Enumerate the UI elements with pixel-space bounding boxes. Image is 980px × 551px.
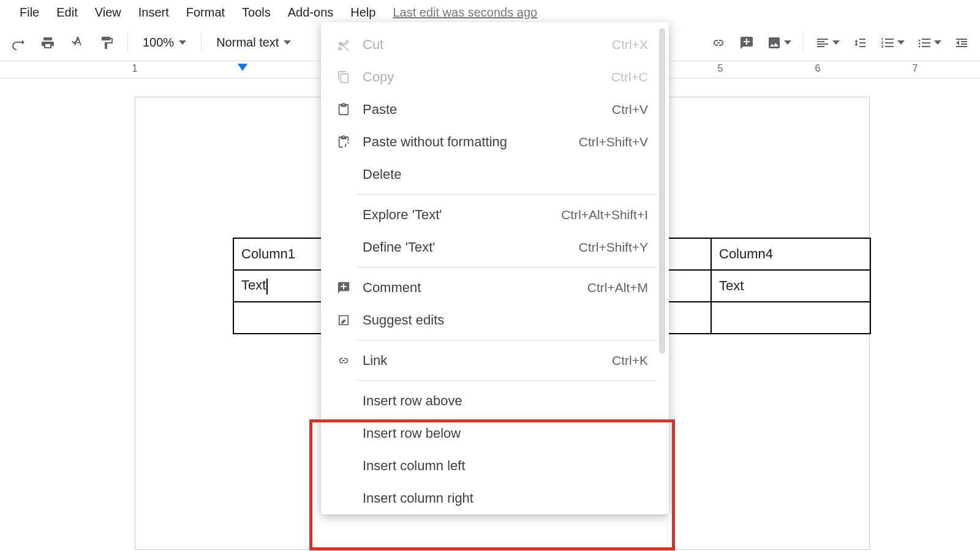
menu-item-label: Paste without formatting — [363, 134, 507, 150]
paragraph-style-value: Normal text — [216, 36, 279, 50]
menu-file[interactable]: File — [20, 6, 39, 20]
paragraph-style-dropdown[interactable]: Normal text — [211, 36, 296, 50]
menu-item-label: Delete — [363, 167, 402, 182]
menu-item-label: Insert row below — [363, 425, 461, 441]
paint-format-icon[interactable] — [96, 32, 118, 54]
table-cell[interactable] — [711, 302, 870, 334]
ruler-mark: 7 — [913, 63, 918, 74]
spellcheck-icon[interactable] — [66, 32, 88, 54]
toolbar-separator — [803, 33, 804, 53]
link-icon — [333, 354, 354, 367]
zoom-value: 100% — [143, 36, 174, 50]
chevron-down-icon — [284, 40, 291, 45]
menu-item-label: Link — [363, 353, 387, 369]
shortcut-text: Ctrl+Shift+V — [579, 135, 648, 149]
add-comment-icon[interactable] — [736, 32, 758, 54]
align-dropdown[interactable] — [812, 32, 843, 54]
menu-item-cut[interactable]: Cut Ctrl+X — [321, 28, 669, 61]
shortcut-text: Ctrl+Shift+Y — [579, 240, 648, 255]
chevron-down-icon — [832, 40, 840, 45]
menu-tools[interactable]: Tools — [242, 6, 271, 20]
chevron-down-icon — [784, 40, 791, 45]
menu-item-insert-row-below[interactable]: Insert row below — [321, 417, 669, 449]
menu-separator — [356, 267, 657, 268]
scrollbar[interactable] — [659, 28, 665, 354]
menu-item-comment[interactable]: Comment Ctrl+Alt+M — [321, 271, 669, 304]
menu-item-label: Copy — [363, 69, 394, 85]
menu-item-label: Paste — [363, 102, 397, 118]
menu-bar: File Edit View Insert Format Tools Add-o… — [0, 0, 980, 24]
menu-item-paste[interactable]: Paste Ctrl+V — [321, 93, 669, 126]
first-line-indent-icon[interactable] — [238, 64, 247, 71]
menu-item-label: Cut — [363, 37, 383, 53]
cell-text: Column1 — [241, 246, 295, 261]
menu-view[interactable]: View — [95, 6, 121, 20]
numbered-list-dropdown[interactable] — [877, 32, 908, 54]
menu-separator — [356, 340, 657, 340]
link-icon[interactable] — [707, 32, 729, 54]
menu-edit[interactable]: Edit — [56, 6, 77, 20]
menu-item-label: Suggest edits — [363, 312, 444, 328]
cell-text: Text — [241, 277, 266, 293]
add-comment-icon — [333, 281, 354, 294]
menu-item-insert-column-left[interactable]: Insert column left — [321, 449, 669, 482]
suggest-icon — [333, 313, 354, 327]
shortcut-text: Ctrl+Alt+M — [587, 280, 648, 295]
bulleted-list-dropdown[interactable] — [914, 32, 944, 54]
menu-item-link[interactable]: Link Ctrl+K — [321, 344, 669, 377]
menu-item-label: Explore 'Text' — [363, 207, 442, 223]
shortcut-text: Ctrl+Alt+Shift+I — [561, 208, 648, 222]
chevron-down-icon — [179, 40, 186, 45]
decrease-indent-icon[interactable] — [951, 32, 973, 54]
insert-image-dropdown[interactable] — [764, 32, 794, 54]
shortcut-text: Ctrl+V — [612, 102, 648, 117]
cell-text: Column4 — [719, 246, 773, 261]
menu-item-paste-without-formatting[interactable]: Paste without formatting Ctrl+Shift+V — [321, 126, 669, 158]
menu-item-label: Insert column right — [363, 490, 473, 506]
menu-item-label: Insert row above — [363, 393, 462, 409]
toolbar-separator — [201, 33, 202, 53]
menu-addons[interactable]: Add-ons — [288, 6, 334, 20]
table-cell[interactable]: Text — [711, 270, 870, 302]
toolbar-separator — [127, 33, 128, 53]
menu-item-label: Comment — [363, 280, 421, 296]
menu-format[interactable]: Format — [186, 6, 225, 20]
line-spacing-icon[interactable] — [849, 32, 871, 54]
menu-item-label: Insert column left — [363, 458, 466, 474]
shortcut-text: Ctrl+K — [612, 353, 648, 368]
menu-separator — [356, 194, 657, 195]
menu-item-insert-column-right[interactable]: Insert column right — [321, 482, 669, 514]
menu-item-copy[interactable]: Copy Ctrl+C — [321, 61, 669, 93]
menu-item-delete[interactable]: Delete — [321, 158, 669, 190]
print-icon[interactable] — [37, 32, 59, 54]
redo-icon[interactable] — [7, 32, 29, 54]
copy-icon — [333, 70, 354, 84]
ruler-mark: 6 — [815, 63, 821, 74]
menu-help[interactable]: Help — [350, 6, 375, 20]
cut-icon — [333, 38, 354, 51]
menu-item-define[interactable]: Define 'Text' Ctrl+Shift+Y — [321, 231, 669, 263]
ruler-mark: 5 — [718, 63, 723, 74]
context-menu: Cut Ctrl+X Copy Ctrl+C Paste Ctrl+V Past… — [321, 22, 669, 514]
menu-item-suggest-edits[interactable]: Suggest edits — [321, 304, 669, 336]
chevron-down-icon — [897, 40, 905, 45]
menu-item-insert-row-above[interactable]: Insert row above — [321, 384, 669, 417]
zoom-dropdown[interactable]: 100% — [138, 36, 191, 50]
menu-separator — [356, 380, 657, 381]
menu-item-label: Define 'Text' — [363, 239, 435, 255]
text-cursor — [266, 279, 268, 294]
menu-insert[interactable]: Insert — [138, 6, 169, 20]
menu-item-explore[interactable]: Explore 'Text' Ctrl+Alt+Shift+I — [321, 198, 669, 231]
paste-plain-icon — [333, 135, 354, 149]
shortcut-text: Ctrl+X — [612, 37, 648, 52]
ruler-mark: 1 — [132, 63, 138, 74]
chevron-down-icon — [934, 40, 941, 45]
last-edit-link[interactable]: Last edit was seconds ago — [393, 6, 537, 20]
paste-icon — [333, 103, 354, 116]
table-cell[interactable]: Column4 — [711, 238, 870, 270]
cell-text: Text — [719, 278, 744, 293]
shortcut-text: Ctrl+C — [611, 70, 648, 84]
